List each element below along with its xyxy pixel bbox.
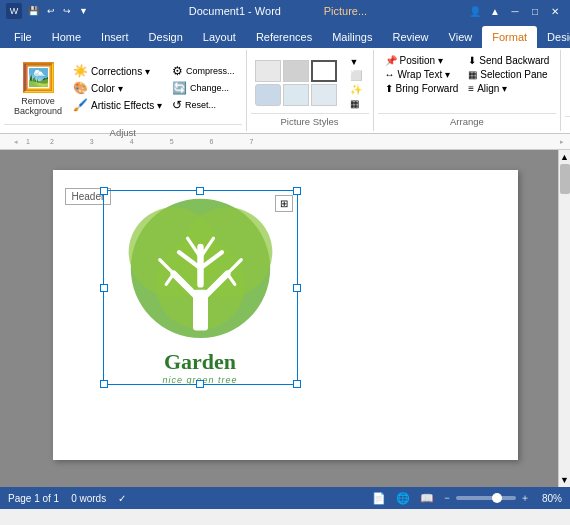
tab-references[interactable]: References <box>246 26 322 48</box>
tab-design[interactable]: Design <box>139 26 193 48</box>
ruler-start: ◂ <box>14 138 24 146</box>
tab-review[interactable]: Review <box>383 26 439 48</box>
selection-pane-button[interactable]: ▦ Selection Pane <box>465 68 552 81</box>
align-icon: ≡ <box>468 83 474 94</box>
selection-icon: ▦ <box>468 69 477 80</box>
position-button[interactable]: 📌 Position ▾ <box>382 54 462 67</box>
picture-effects-button[interactable]: ✨ <box>347 83 365 96</box>
tab-home[interactable]: Home <box>42 26 91 48</box>
view-web-button[interactable]: 🌐 <box>394 490 412 506</box>
word-count: 0 words <box>71 493 106 504</box>
tab-layout[interactable]: Layout <box>193 26 246 48</box>
quick-access-save[interactable]: 💾 <box>26 5 41 17</box>
scrollbar-vertical[interactable]: ▲ ▼ <box>558 150 570 487</box>
user-icon[interactable]: 👤 <box>466 3 484 19</box>
remove-background-icon: 🖼️ <box>21 61 56 94</box>
tab-format[interactable]: Format <box>482 26 537 48</box>
restore-button[interactable]: □ <box>526 3 544 19</box>
tab-mailings[interactable]: Mailings <box>322 26 382 48</box>
artistic-label: Artistic Effects ▾ <box>91 100 162 111</box>
style-preset-1[interactable] <box>255 60 281 82</box>
send-label: Send Backward <box>479 55 549 66</box>
tab-insert[interactable]: Insert <box>91 26 139 48</box>
style-preset-4[interactable] <box>255 84 281 106</box>
align-button[interactable]: ≡ Align ▾ <box>465 82 552 95</box>
zoom-bar: － ＋ 80% <box>442 491 562 505</box>
style-preset-5[interactable] <box>283 84 309 106</box>
picture-border-button[interactable]: ⬜ <box>347 69 365 82</box>
reset-label: Reset... <box>185 100 216 110</box>
handle-bot-left[interactable] <box>100 380 108 388</box>
picture-layout-button[interactable]: ▦ <box>347 97 365 110</box>
style-preset-3[interactable] <box>311 60 337 82</box>
layout-icon-overlay[interactable]: ⊞ <box>275 195 293 212</box>
tab-design-picture[interactable]: Design <box>537 26 570 48</box>
picture-tools-title: Picture... <box>324 5 367 17</box>
group-size: ⊹ Crop ▼ ↕ ▲ ▼ ↔ <box>561 50 570 131</box>
status-bar: Page 1 of 1 0 words ✓ 📄 🌐 📖 － ＋ 80% <box>0 487 570 509</box>
scroll-track[interactable] <box>559 164 570 473</box>
title-bar-controls: 👤 ▲ ─ □ ✕ <box>466 3 564 19</box>
compress-icon: ⚙ <box>172 64 183 78</box>
handle-bot-right[interactable] <box>293 380 301 388</box>
document-page: Header ⊞ <box>53 170 518 460</box>
remove-background-button[interactable]: 🖼️ RemoveBackground <box>8 54 68 122</box>
compress-button[interactable]: ⚙ Compress... <box>169 63 238 79</box>
effects-icon: ✨ <box>350 84 362 95</box>
ruler-mark-4: 4 <box>112 138 152 145</box>
status-left: Page 1 of 1 0 words ✓ <box>8 493 126 504</box>
reset-picture-button[interactable]: ↺ Reset... <box>169 97 238 113</box>
page-info: Page 1 of 1 <box>8 493 59 504</box>
ruler-mark-1: 1 <box>24 138 32 145</box>
tab-file[interactable]: File <box>4 26 42 48</box>
proofing-icon[interactable]: ✓ <box>118 493 126 504</box>
zoom-in-button[interactable]: ＋ <box>520 491 530 505</box>
scroll-down[interactable]: ▼ <box>558 473 570 487</box>
quick-styles-dropdown[interactable]: ▼ <box>347 56 365 68</box>
color-label: Color ▾ <box>91 83 123 94</box>
quick-access-redo[interactable]: ↪ <box>61 5 73 17</box>
wrap-text-button[interactable]: ↔ Wrap Text ▾ <box>382 68 462 81</box>
size-content: ⊹ Crop ▼ ↕ ▲ ▼ ↔ <box>565 52 570 116</box>
color-button[interactable]: 🎨 Color ▾ <box>70 80 165 96</box>
handle-bot-mid[interactable] <box>196 380 204 388</box>
zoom-out-button[interactable]: － <box>442 491 452 505</box>
ribbon-toggle[interactable]: ▲ <box>486 3 504 19</box>
tab-view[interactable]: View <box>439 26 483 48</box>
corrections-button[interactable]: ☀️ Corrections ▾ <box>70 63 165 79</box>
word-icon: W <box>6 3 22 19</box>
artistic-effects-button[interactable]: 🖌️ Artistic Effects ▾ <box>70 97 165 113</box>
align-label: Align ▾ <box>477 83 507 94</box>
wrap-icon: ↔ <box>385 69 395 80</box>
change-picture-button[interactable]: 🔄 Change... <box>169 80 238 96</box>
artistic-icon: 🖌️ <box>73 98 88 112</box>
style-preset-6[interactable] <box>311 84 337 106</box>
close-button[interactable]: ✕ <box>546 3 564 19</box>
view-read-button[interactable]: 📖 <box>418 490 436 506</box>
zoom-thumb[interactable] <box>492 493 502 503</box>
handle-mid-right[interactable] <box>293 284 301 292</box>
border-icon: ⬜ <box>350 70 362 81</box>
ruler-content: ◂ 1 2 3 4 5 6 7 ▸ <box>14 138 570 146</box>
send-backward-button[interactable]: ⬇ Send Backward <box>465 54 552 67</box>
handle-top-right[interactable] <box>293 187 301 195</box>
quick-access-dropdown[interactable]: ▼ <box>77 5 90 17</box>
bring-forward-button[interactable]: ⬆ Bring Forward <box>382 82 462 95</box>
minimize-button[interactable]: ─ <box>506 3 524 19</box>
scroll-thumb[interactable] <box>560 164 570 194</box>
zoom-slider[interactable] <box>456 496 516 500</box>
color-icon: 🎨 <box>73 81 88 95</box>
handle-top-left[interactable] <box>100 187 108 195</box>
size-label: Size <box>565 116 570 132</box>
style-preset-2[interactable] <box>283 60 309 82</box>
view-print-button[interactable]: 📄 <box>370 490 388 506</box>
handle-mid-left[interactable] <box>100 284 108 292</box>
compress-label: Compress... <box>186 66 235 76</box>
selection-label: Selection Pane <box>480 69 547 80</box>
handle-top-mid[interactable] <box>196 187 204 195</box>
image-container[interactable]: ⊞ <box>103 190 298 385</box>
ruler-mark-7: 7 <box>231 138 271 145</box>
garden-logo-svg <box>104 191 297 351</box>
quick-access-undo[interactable]: ↩ <box>45 5 57 17</box>
scroll-up[interactable]: ▲ <box>558 150 570 164</box>
